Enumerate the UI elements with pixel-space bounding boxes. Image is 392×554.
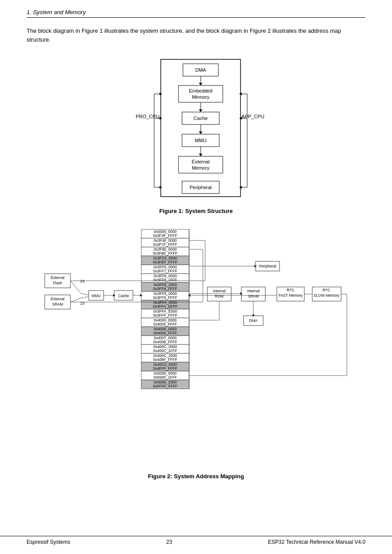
svg-text:0x4006_FFFF: 0x4006_FFFF (153, 331, 177, 335)
svg-marker-4 (199, 83, 202, 85)
footer-right: ESP32 Technical Reference Manual V4.0 (268, 539, 365, 545)
svg-text:0xFFFF_FFFF: 0xFFFF_FFFF (153, 384, 177, 388)
svg-text:DMA: DMA (195, 67, 206, 73)
svg-text:0x40BF_FFFF: 0x40BF_FFFF (153, 357, 177, 362)
svg-text:Flash: Flash (53, 281, 62, 285)
footer-left: Espressif Systems (27, 539, 70, 545)
svg-text:Internal: Internal (213, 289, 225, 293)
svg-text:0x4005_FFFF: 0x4005_FFFF (153, 322, 177, 326)
page-footer: Espressif Systems 23 ESP32 Technical Ref… (0, 536, 392, 545)
svg-marker-17 (199, 154, 202, 156)
svg-text:0x3FEF_FFFF: 0x3FEF_FFFF (153, 260, 177, 264)
svg-line-106 (81, 294, 89, 295)
svg-text:0x3F3F_FFFF: 0x3F3F_FFFF (153, 233, 177, 238)
svg-text:0x400B_FFFF: 0x400B_FFFF (153, 340, 177, 344)
svg-text:RTC: RTC (287, 288, 294, 292)
svg-text:External: External (191, 159, 209, 164)
svg-text:24: 24 (80, 279, 85, 283)
svg-text:FAST Memory: FAST Memory (278, 293, 303, 298)
figure1-container: DMA Embedded Memory Cache MMU External M… (27, 53, 365, 214)
figure2-container: 0x0000_0000 0x3F3F_FFFF 0x3F40_0000 0x3F… (27, 225, 365, 480)
page-container: 1. System and Memory The block diagram i… (0, 0, 392, 554)
svg-text:External: External (50, 297, 64, 301)
svg-text:0x3F7F_FFFF: 0x3F7F_FFFF (153, 242, 177, 247)
footer-center: 23 (166, 539, 172, 545)
svg-text:0x3FF8_FFFF: 0x3FF8_FFFF (153, 287, 177, 291)
svg-text:Peripheral: Peripheral (259, 264, 276, 268)
svg-text:0x3FF8_1FFF: 0x3FF8_1FFF (153, 278, 177, 282)
svg-text:0x4FFF_FFFF: 0x4FFF_FFFF (153, 366, 177, 371)
svg-marker-9 (199, 109, 202, 112)
page-header: 1. System and Memory (27, 9, 365, 18)
svg-text:Internal: Internal (247, 289, 259, 293)
svg-text:SLOW Memory: SLOW Memory (313, 293, 339, 298)
svg-text:External: External (50, 275, 64, 280)
svg-text:Cache: Cache (118, 294, 129, 298)
header-title: 1. System and Memory (27, 9, 86, 15)
figure1-caption: Figure 1: System Structure (159, 208, 233, 214)
svg-text:SRAM: SRAM (52, 302, 63, 306)
svg-text:Memory: Memory (192, 94, 210, 100)
intro-text: The block diagram in Figure 1 illustrate… (27, 27, 365, 44)
svg-text:0x5000_1FFF: 0x5000_1FFF (153, 375, 177, 380)
figure2-diagram: 0x0000_0000 0x3F3F_FFFF 0x3F40_0000 0x3F… (23, 225, 369, 469)
svg-text:Embedded: Embedded (189, 88, 212, 93)
figure1-diagram: DMA Embedded Memory Cache MMU External M… (108, 53, 285, 203)
svg-line-107 (70, 298, 81, 302)
svg-text:MMU: MMU (194, 138, 206, 143)
svg-text:Peripheral: Peripheral (189, 185, 211, 190)
svg-text:DMA: DMA (249, 318, 257, 323)
svg-text:Cache: Cache (194, 116, 208, 121)
svg-text:0x3FFF_FFFF: 0x3FFF_FFFF (153, 313, 177, 318)
svg-text:ROM: ROM (215, 294, 224, 298)
svg-text:0x3FBF_FFFF: 0x3FBF_FFFF (153, 251, 177, 256)
svg-line-108 (81, 297, 89, 298)
svg-text:RTC: RTC (322, 288, 330, 292)
svg-text:0x3FFA_DFFF: 0x3FFA_DFFF (153, 304, 178, 309)
figure2-caption: Figure 2: System Address Mapping (148, 473, 244, 480)
svg-marker-13 (199, 132, 202, 134)
svg-text:0x3FF9_FFFF: 0x3FF9_FFFF (153, 295, 177, 300)
svg-text:Memory: Memory (192, 165, 210, 170)
svg-text:MMU: MMU (91, 294, 100, 298)
svg-text:23: 23 (80, 301, 85, 306)
svg-text:0x3FF7_FFFF: 0x3FF7_FFFF (153, 269, 177, 273)
svg-text:SRAM: SRAM (248, 294, 259, 298)
svg-line-105 (70, 281, 81, 294)
svg-text:0x400C_1FFF: 0x400C_1FFF (153, 349, 177, 353)
